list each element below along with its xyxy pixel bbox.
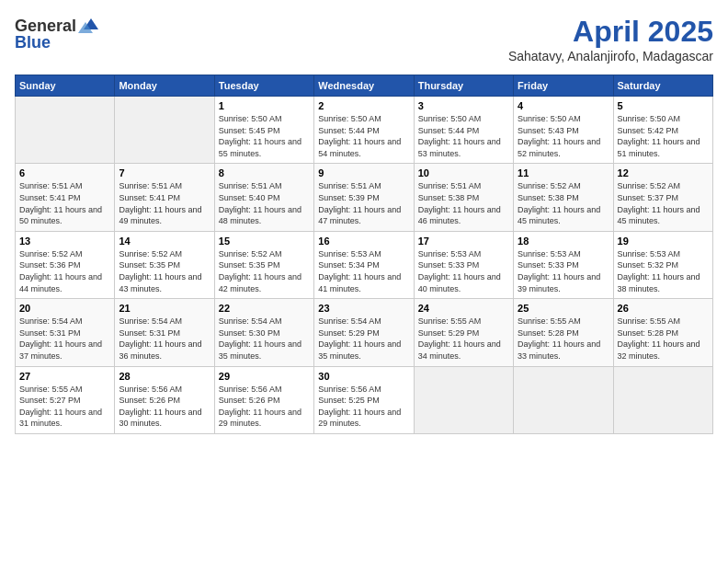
calendar-cell: 30Sunrise: 5:56 AM Sunset: 5:25 PM Dayli… <box>314 366 414 433</box>
weekday-header-tuesday: Tuesday <box>214 75 313 97</box>
logo-icon <box>78 15 98 35</box>
calendar-week-row: 27Sunrise: 5:55 AM Sunset: 5:27 PM Dayli… <box>16 366 713 433</box>
day-detail: Sunrise: 5:56 AM Sunset: 5:26 PM Dayligh… <box>219 384 310 430</box>
day-number: 22 <box>219 303 310 314</box>
calendar-title: April 2025 <box>508 15 713 49</box>
day-detail: Sunrise: 5:55 AM Sunset: 5:27 PM Dayligh… <box>19 384 110 430</box>
calendar-cell: 21Sunrise: 5:54 AM Sunset: 5:31 PM Dayli… <box>115 299 214 366</box>
logo-blue: Blue <box>15 33 98 52</box>
day-number: 21 <box>119 303 210 314</box>
page-header: General Blue April 2025 Sahatavy, Analan… <box>15 15 713 63</box>
day-number: 5 <box>618 100 709 111</box>
day-detail: Sunrise: 5:50 AM Sunset: 5:45 PM Dayligh… <box>219 113 310 159</box>
day-number: 24 <box>418 303 509 314</box>
day-number: 19 <box>618 236 709 247</box>
day-detail: Sunrise: 5:50 AM Sunset: 5:43 PM Dayligh… <box>518 113 609 159</box>
day-detail: Sunrise: 5:51 AM Sunset: 5:39 PM Dayligh… <box>318 180 409 226</box>
calendar-cell: 23Sunrise: 5:54 AM Sunset: 5:29 PM Dayli… <box>314 299 414 366</box>
calendar-cell: 13Sunrise: 5:52 AM Sunset: 5:36 PM Dayli… <box>16 231 115 298</box>
day-number: 15 <box>219 236 310 247</box>
calendar-cell: 9Sunrise: 5:51 AM Sunset: 5:39 PM Daylig… <box>314 164 414 231</box>
calendar-cell <box>115 97 214 164</box>
day-number: 9 <box>318 167 409 178</box>
day-number: 8 <box>219 167 310 178</box>
calendar-cell: 8Sunrise: 5:51 AM Sunset: 5:40 PM Daylig… <box>214 164 313 231</box>
day-number: 20 <box>19 303 110 314</box>
calendar-cell: 14Sunrise: 5:52 AM Sunset: 5:35 PM Dayli… <box>115 231 214 298</box>
calendar-week-row: 13Sunrise: 5:52 AM Sunset: 5:36 PM Dayli… <box>16 231 713 298</box>
title-block: April 2025 Sahatavy, Analanjirofo, Madag… <box>508 15 713 63</box>
weekday-header-monday: Monday <box>115 75 214 97</box>
calendar-cell: 27Sunrise: 5:55 AM Sunset: 5:27 PM Dayli… <box>16 366 115 433</box>
calendar-cell: 29Sunrise: 5:56 AM Sunset: 5:26 PM Dayli… <box>214 366 313 433</box>
day-number: 18 <box>518 236 609 247</box>
day-number: 30 <box>318 371 409 382</box>
day-number: 11 <box>518 167 609 178</box>
day-detail: Sunrise: 5:55 AM Sunset: 5:29 PM Dayligh… <box>418 316 509 362</box>
day-detail: Sunrise: 5:54 AM Sunset: 5:31 PM Dayligh… <box>119 316 210 362</box>
day-number: 12 <box>618 167 709 178</box>
calendar-week-row: 6Sunrise: 5:51 AM Sunset: 5:41 PM Daylig… <box>16 164 713 231</box>
day-detail: Sunrise: 5:56 AM Sunset: 5:26 PM Dayligh… <box>119 384 210 430</box>
day-detail: Sunrise: 5:54 AM Sunset: 5:29 PM Dayligh… <box>318 316 409 362</box>
weekday-header-friday: Friday <box>514 75 613 97</box>
day-number: 4 <box>518 100 609 111</box>
day-number: 7 <box>119 167 210 178</box>
calendar-cell: 17Sunrise: 5:53 AM Sunset: 5:33 PM Dayli… <box>414 231 513 298</box>
day-detail: Sunrise: 5:50 AM Sunset: 5:44 PM Dayligh… <box>318 113 409 159</box>
calendar-cell: 11Sunrise: 5:52 AM Sunset: 5:38 PM Dayli… <box>514 164 613 231</box>
day-detail: Sunrise: 5:55 AM Sunset: 5:28 PM Dayligh… <box>618 316 709 362</box>
calendar-cell <box>414 366 513 433</box>
day-detail: Sunrise: 5:51 AM Sunset: 5:41 PM Dayligh… <box>119 180 210 226</box>
calendar-cell: 20Sunrise: 5:54 AM Sunset: 5:31 PM Dayli… <box>16 299 115 366</box>
calendar-cell: 10Sunrise: 5:51 AM Sunset: 5:38 PM Dayli… <box>414 164 513 231</box>
calendar-table: SundayMondayTuesdayWednesdayThursdayFrid… <box>15 75 713 434</box>
calendar-cell: 2Sunrise: 5:50 AM Sunset: 5:44 PM Daylig… <box>314 97 414 164</box>
day-number: 14 <box>119 236 210 247</box>
day-detail: Sunrise: 5:53 AM Sunset: 5:34 PM Dayligh… <box>318 248 409 294</box>
calendar-cell: 28Sunrise: 5:56 AM Sunset: 5:26 PM Dayli… <box>115 366 214 433</box>
day-detail: Sunrise: 5:54 AM Sunset: 5:30 PM Dayligh… <box>219 316 310 362</box>
day-number: 1 <box>219 100 310 111</box>
calendar-week-row: 1Sunrise: 5:50 AM Sunset: 5:45 PM Daylig… <box>16 97 713 164</box>
day-detail: Sunrise: 5:51 AM Sunset: 5:40 PM Dayligh… <box>219 180 310 226</box>
day-number: 27 <box>19 371 110 382</box>
weekday-header-thursday: Thursday <box>414 75 513 97</box>
day-detail: Sunrise: 5:51 AM Sunset: 5:38 PM Dayligh… <box>418 180 509 226</box>
calendar-cell: 12Sunrise: 5:52 AM Sunset: 5:37 PM Dayli… <box>613 164 712 231</box>
calendar-cell: 24Sunrise: 5:55 AM Sunset: 5:29 PM Dayli… <box>414 299 513 366</box>
day-number: 29 <box>219 371 310 382</box>
day-number: 13 <box>19 236 110 247</box>
day-number: 2 <box>318 100 409 111</box>
day-number: 23 <box>318 303 409 314</box>
day-detail: Sunrise: 5:54 AM Sunset: 5:31 PM Dayligh… <box>19 316 110 362</box>
calendar-cell: 1Sunrise: 5:50 AM Sunset: 5:45 PM Daylig… <box>214 97 313 164</box>
weekday-header-saturday: Saturday <box>613 75 712 97</box>
calendar-cell: 7Sunrise: 5:51 AM Sunset: 5:41 PM Daylig… <box>115 164 214 231</box>
day-detail: Sunrise: 5:52 AM Sunset: 5:35 PM Dayligh… <box>119 248 210 294</box>
calendar-cell: 22Sunrise: 5:54 AM Sunset: 5:30 PM Dayli… <box>214 299 313 366</box>
calendar-cell: 15Sunrise: 5:52 AM Sunset: 5:35 PM Dayli… <box>214 231 313 298</box>
calendar-cell <box>514 366 613 433</box>
calendar-week-row: 20Sunrise: 5:54 AM Sunset: 5:31 PM Dayli… <box>16 299 713 366</box>
logo: General Blue <box>15 15 98 52</box>
day-number: 17 <box>418 236 509 247</box>
day-detail: Sunrise: 5:50 AM Sunset: 5:44 PM Dayligh… <box>418 113 509 159</box>
weekday-header-row: SundayMondayTuesdayWednesdayThursdayFrid… <box>16 75 713 97</box>
calendar-subtitle: Sahatavy, Analanjirofo, Madagascar <box>508 49 713 63</box>
day-number: 6 <box>19 167 110 178</box>
day-detail: Sunrise: 5:52 AM Sunset: 5:36 PM Dayligh… <box>19 248 110 294</box>
calendar-cell: 18Sunrise: 5:53 AM Sunset: 5:33 PM Dayli… <box>514 231 613 298</box>
day-number: 16 <box>318 236 409 247</box>
day-detail: Sunrise: 5:53 AM Sunset: 5:33 PM Dayligh… <box>418 248 509 294</box>
day-detail: Sunrise: 5:56 AM Sunset: 5:25 PM Dayligh… <box>318 384 409 430</box>
day-detail: Sunrise: 5:50 AM Sunset: 5:42 PM Dayligh… <box>618 113 709 159</box>
day-detail: Sunrise: 5:53 AM Sunset: 5:32 PM Dayligh… <box>618 248 709 294</box>
day-number: 28 <box>119 371 210 382</box>
calendar-cell: 19Sunrise: 5:53 AM Sunset: 5:32 PM Dayli… <box>613 231 712 298</box>
calendar-cell: 4Sunrise: 5:50 AM Sunset: 5:43 PM Daylig… <box>514 97 613 164</box>
calendar-cell: 16Sunrise: 5:53 AM Sunset: 5:34 PM Dayli… <box>314 231 414 298</box>
day-detail: Sunrise: 5:53 AM Sunset: 5:33 PM Dayligh… <box>518 248 609 294</box>
calendar-cell: 5Sunrise: 5:50 AM Sunset: 5:42 PM Daylig… <box>613 97 712 164</box>
day-detail: Sunrise: 5:52 AM Sunset: 5:37 PM Dayligh… <box>618 180 709 226</box>
